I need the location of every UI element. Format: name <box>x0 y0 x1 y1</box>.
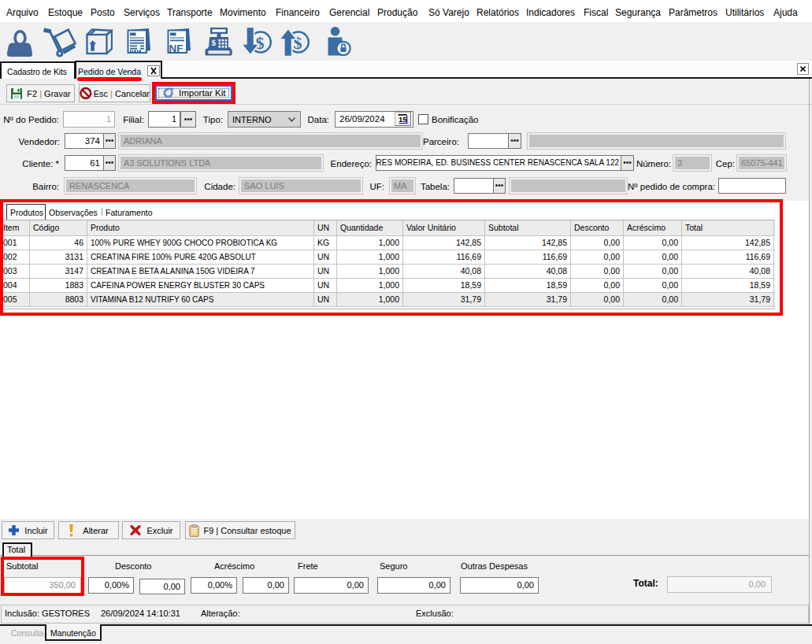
svg-text:$: $ <box>212 38 217 47</box>
svg-text:$: $ <box>256 33 265 53</box>
svg-text:NF: NF <box>169 43 184 54</box>
svg-text:15: 15 <box>399 115 407 124</box>
